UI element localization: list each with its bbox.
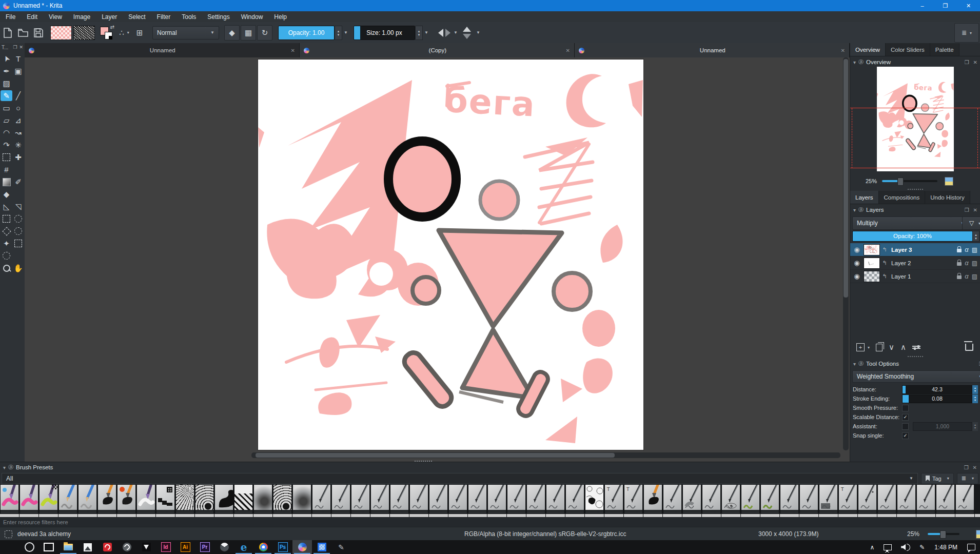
blending-mode-select[interactable]: Normal ▼ [152, 26, 219, 39]
brush-preset[interactable] [39, 484, 58, 514]
tab-undo-history[interactable]: Undo History [925, 191, 970, 204]
color-sampler-tool[interactable]: ✐ [12, 176, 24, 187]
layer-style-icon[interactable]: ↰ [880, 260, 889, 266]
mirror-vertical-dropdown-icon[interactable]: ▼ [475, 30, 482, 35]
move-layer-up-button[interactable]: ∧ [900, 343, 906, 352]
freehand-selection-tool[interactable] [12, 226, 24, 236]
size-spinner[interactable]: ▴▾ [415, 26, 423, 40]
document-tab[interactable]: Unnamed✕ [575, 43, 850, 57]
pattern-edit-tool[interactable]: ▨ [1, 78, 12, 89]
reload-preset-button[interactable]: ↻ [257, 25, 272, 41]
brush-preset[interactable] [487, 484, 506, 514]
brush-preset[interactable] [292, 484, 311, 514]
line-tool[interactable]: ╱ [12, 90, 24, 101]
brush-preset[interactable] [780, 484, 799, 514]
horizontal-scrollbar-thumb[interactable] [256, 453, 615, 458]
brush-preset[interactable] [585, 484, 604, 514]
crop-tool[interactable]: # [1, 164, 12, 175]
inherit-alpha-icon[interactable]: ▨ [972, 246, 977, 253]
toolbox-float-icon[interactable]: ❐ [13, 45, 17, 50]
volume-icon[interactable] [901, 544, 910, 551]
tab-palette[interactable]: Palette [930, 43, 959, 56]
tool-option-spinner[interactable]: ▴▾ [972, 394, 978, 403]
gradient-tool[interactable] [1, 176, 12, 187]
brush-composite-button[interactable]: ∴▾ [117, 26, 131, 40]
lock-icon[interactable] [957, 275, 962, 279]
select-shapes-tool[interactable]: ➤ [1, 53, 12, 64]
tag-filter-select[interactable]: All ▼ [2, 473, 918, 484]
menu-item-filter[interactable]: Filter [151, 13, 177, 21]
brush-preset[interactable] [643, 484, 662, 514]
brush-preset[interactable] [741, 484, 760, 514]
menu-item-select[interactable]: Select [123, 13, 151, 21]
inherit-alpha-icon[interactable]: ▨ [972, 273, 977, 280]
swap-colors-icon[interactable]: ⇄ [110, 24, 114, 30]
visibility-eye-icon[interactable]: ◉ [850, 259, 864, 267]
menu-item-edit[interactable]: Edit [21, 13, 43, 21]
zoom-slider[interactable] [928, 533, 959, 535]
presets-close-icon[interactable]: ✕ [973, 465, 977, 470]
close-tab-icon[interactable]: ✕ [291, 48, 295, 53]
presets-menu-button[interactable]: ≣ ▾ [957, 473, 978, 484]
layer-row[interactable]: ◉↰Layer 2α▨ [850, 256, 980, 270]
background-color-swatch[interactable] [105, 32, 112, 39]
brush-preset[interactable] [429, 484, 448, 514]
ellipse-tool[interactable]: ○ [12, 103, 24, 113]
menu-item-help[interactable]: Help [268, 13, 292, 21]
menu-item-image[interactable]: Image [68, 13, 96, 21]
menu-item-file[interactable]: File [0, 13, 21, 21]
pen-tool-taskbar-button[interactable]: ✎ [331, 540, 351, 554]
start-taskbar-button[interactable] [0, 540, 19, 554]
alpha-lock-icon[interactable]: α [965, 259, 968, 267]
brush-preset[interactable] [897, 484, 916, 514]
brush-preset[interactable] [331, 484, 350, 514]
brush-preset[interactable] [955, 484, 974, 514]
tool-option-checkbox[interactable] [902, 423, 909, 430]
similar-color-selection-tool[interactable]: ✦ [1, 238, 12, 249]
brush-preset[interactable] [468, 484, 487, 514]
fill-pattern-button[interactable]: ⊞ [132, 26, 147, 40]
visibility-eye-icon[interactable]: ◉ [850, 246, 864, 253]
collapse-icon[interactable]: ▾ [3, 465, 6, 470]
duplicate-layer-button[interactable] [876, 344, 883, 351]
text-tool[interactable]: T [12, 53, 24, 64]
menu-item-window[interactable]: Window [236, 13, 269, 21]
move-layer-down-button[interactable]: ∨ [889, 343, 894, 352]
minimize-button[interactable]: – [911, 0, 934, 11]
brush-preset[interactable] [312, 484, 331, 514]
tag-button[interactable]: Tag ▾ [921, 473, 954, 484]
opacity-spinner[interactable]: ▴▾ [335, 26, 342, 40]
restore-button[interactable]: ❐ [934, 0, 957, 11]
brush-preset[interactable] [702, 484, 721, 514]
alpha-lock-icon[interactable]: α [965, 272, 968, 280]
tab-overview[interactable]: Overview [850, 43, 886, 56]
zoom-tool[interactable] [1, 263, 12, 273]
move-tool[interactable]: ✚ [12, 152, 24, 163]
layer-properties-button[interactable] [912, 346, 920, 349]
blue-app-taskbar-button[interactable] [312, 540, 331, 554]
chrome-taskbar-button[interactable] [253, 540, 273, 554]
illustrator-taskbar-button[interactable]: Ai [175, 540, 195, 554]
layer-name[interactable]: Layer 1 [889, 273, 957, 280]
menu-item-view[interactable]: View [43, 13, 68, 21]
transform-tool[interactable] [1, 152, 12, 163]
brush-preset[interactable] [448, 484, 467, 514]
smoothing-mode-select[interactable]: Weighted Smoothing ▼ [852, 370, 980, 383]
layer-style-icon[interactable]: ↰ [880, 273, 889, 280]
foreground-background-colors[interactable]: ⇄ [100, 26, 113, 40]
elliptical-selection-tool[interactable] [12, 213, 24, 224]
canvas-only-button[interactable] [976, 530, 980, 539]
brush-preset[interactable] [819, 484, 838, 514]
layer-opacity-slider[interactable]: Opacity: 100% [852, 231, 973, 242]
vertical-scrollbar[interactable] [843, 57, 849, 450]
brush-preset[interactable] [936, 484, 955, 514]
brush-preset[interactable] [156, 484, 175, 514]
tab-color-sliders[interactable]: Color Sliders [886, 43, 930, 56]
rectangle-tool[interactable]: ▭ [1, 103, 12, 113]
docker-grip[interactable] [850, 188, 980, 190]
brush-preset[interactable] [370, 484, 389, 514]
brush-preset[interactable] [214, 484, 233, 514]
docker-grip[interactable] [850, 355, 980, 357]
pattern-swatch[interactable] [73, 26, 95, 40]
brush-preset[interactable] [682, 484, 701, 514]
